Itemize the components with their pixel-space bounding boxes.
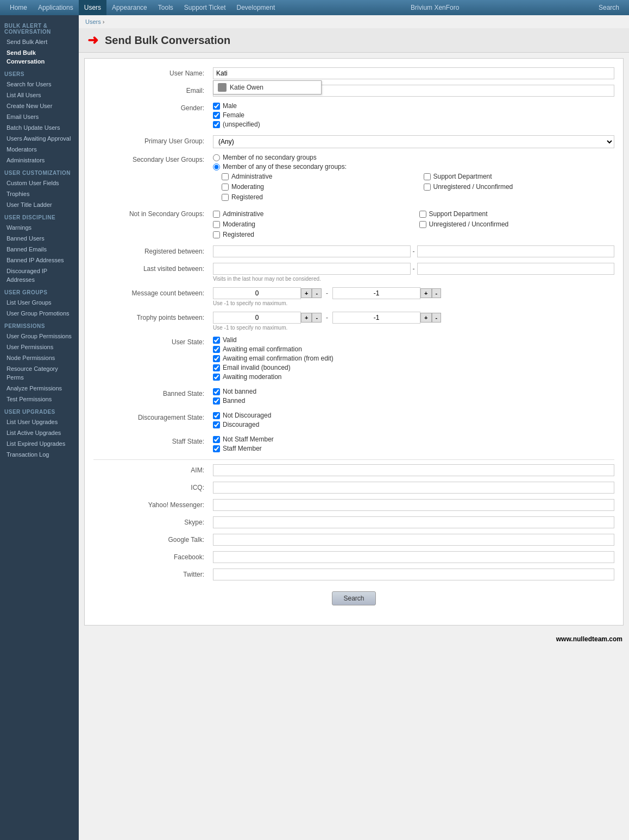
nsg-support-checkbox[interactable] [419,211,426,218]
sg-registered-checkbox[interactable] [222,194,229,201]
staff-state-row: Staff State: Not Staff Member Staff Memb… [93,435,614,454]
registered-from-input[interactable] [213,245,411,257]
not-staff: Not Staff Member [213,435,614,443]
nav-users[interactable]: Users [79,0,106,15]
autocomplete-result[interactable]: Katie Owen [213,80,322,94]
trophy-points-min-input[interactable] [213,312,301,324]
nav-tools[interactable]: Tools [153,0,179,15]
last-visited-from-input[interactable] [213,263,411,275]
nav-search[interactable]: Search [593,0,625,15]
sidebar-item-administrators[interactable]: Administrators [0,155,79,166]
state-valid-checkbox[interactable] [213,337,220,344]
trophy-points-min-plus[interactable]: + [301,313,312,323]
trophy-points-max-input[interactable] [332,312,420,324]
sidebar-item-resource-perms[interactable]: Resource Category Perms [0,363,79,383]
aim-input[interactable] [213,464,614,476]
trophy-points-min-minus[interactable]: - [312,313,322,323]
sidebar-item-title-ladder[interactable]: User Title Ladder [0,199,79,210]
sidebar-item-list-upgrades[interactable]: List User Upgrades [0,416,79,427]
nsg-registered-checkbox[interactable] [213,231,220,238]
sidebar-item-analyze-perms[interactable]: Analyze Permissions [0,383,79,394]
secondary-groups-grid: Administrative Support Department Modera… [222,173,614,203]
sidebar-item-list-users[interactable]: List All Users [0,90,79,100]
nav-appearance[interactable]: Appearance [106,0,153,15]
sidebar-item-custom-fields[interactable]: Custom User Fields [0,178,79,188]
secondary-radio-none-input[interactable] [213,154,220,161]
trophy-points-max-plus[interactable]: + [420,313,431,323]
gender-female-label: Female [223,111,244,119]
sidebar-item-warnings[interactable]: Warnings [0,222,79,233]
nav-support[interactable]: Support Ticket [179,0,231,15]
banned-checkbox[interactable] [213,397,220,405]
not-banned-checkbox[interactable] [213,388,220,395]
yahoo-input[interactable] [213,499,614,511]
sidebar-item-banned-emails[interactable]: Banned Emails [0,244,79,255]
facebook-input[interactable] [213,551,614,563]
sidebar-item-create-user[interactable]: Create New User [0,100,79,111]
breadcrumb-users[interactable]: Users [85,18,101,25]
sidebar-item-banned-users[interactable]: Banned Users [0,233,79,244]
sidebar-item-user-permissions[interactable]: User Permissions [0,342,79,352]
staff-checkbox[interactable] [213,445,220,452]
sidebar-item-transaction-log[interactable]: Transaction Log [0,449,79,460]
nav-home[interactable]: Home [4,0,33,15]
gender-unspecified-checkbox[interactable] [213,121,220,128]
sidebar-item-group-promotions[interactable]: User Group Promotions [0,308,79,319]
primary-group-select[interactable]: (Any) [213,135,614,148]
message-count-min-minus[interactable]: - [312,288,322,298]
sg-support-checkbox[interactable] [424,173,431,180]
gender-male-checkbox[interactable] [213,103,220,110]
icq-input[interactable] [213,482,614,494]
sidebar-item-batch-update[interactable]: Batch Update Users [0,122,79,133]
sg-administrative-checkbox[interactable] [222,173,229,180]
sidebar-item-node-permissions[interactable]: Node Permissions [0,352,79,363]
sg-moderating-checkbox[interactable] [222,184,229,191]
sidebar-item-trophies[interactable]: Trophies [0,188,79,199]
sidebar-section-users: Users [0,67,79,79]
sg-unregistered-checkbox[interactable] [424,184,431,191]
search-button[interactable]: Search [332,591,375,605]
secondary-radio-any-input[interactable] [213,163,220,170]
sidebar-item-awaiting-approval[interactable]: Users Awaiting Approval [0,133,79,144]
registered-to-input[interactable] [417,245,615,257]
sidebar-item-banned-ip[interactable]: Banned IP Addresses [0,255,79,266]
twitter-row: Twitter: [93,569,614,580]
sidebar-item-test-perms[interactable]: Test Permissions [0,394,79,405]
skype-input[interactable] [213,516,614,528]
sidebar-item-list-groups[interactable]: List User Groups [0,297,79,308]
nsg-administrative-checkbox[interactable] [213,211,220,218]
sidebar-item-email-users[interactable]: Email Users [0,111,79,122]
not-staff-checkbox[interactable] [213,436,220,443]
message-count-max-plus[interactable]: + [420,288,431,298]
sidebar-item-send-bulk-alert[interactable]: Send Bulk Alert [0,36,79,47]
state-awaiting-email-checkbox[interactable] [213,346,220,353]
state-awaiting-moderation-checkbox[interactable] [213,374,220,381]
not-discouraged-checkbox[interactable] [213,412,220,419]
username-input[interactable] [213,67,614,79]
message-count-min-plus[interactable]: + [301,288,312,298]
nav-applications[interactable]: Applications [33,0,79,15]
sidebar-item-search-users[interactable]: Search for Users [0,79,79,90]
nsg-unregistered-checkbox[interactable] [419,221,426,228]
twitter-input[interactable] [213,569,614,580]
last-visited-to-input[interactable] [417,263,615,275]
sidebar-item-discouraged-ip[interactable]: Discouraged IP Addresses [0,266,79,285]
message-count-max-input[interactable] [332,287,420,299]
discouraged-checkbox[interactable] [213,421,220,428]
nsg-moderating-checkbox[interactable] [213,221,220,228]
state-awaiting-email-edit-checkbox[interactable] [213,355,220,362]
gender-female-checkbox[interactable] [213,112,220,119]
sidebar-item-send-bulk-conversation[interactable]: Send Bulk Conversation [0,47,79,67]
message-count-max-minus[interactable]: - [432,288,442,298]
trophy-points-max-minus[interactable]: - [432,313,442,323]
message-count-min-input[interactable] [213,287,301,299]
sidebar-item-active-upgrades[interactable]: List Active Upgrades [0,427,79,438]
sidebar-item-expired-upgrades[interactable]: List Expired Upgrades [0,438,79,449]
gender-unspecified-label: (unspecified) [223,121,260,128]
nav-development[interactable]: Development [231,0,281,15]
state-email-invalid-checkbox[interactable] [213,364,220,371]
message-count-label: Message count between: [93,287,213,297]
sidebar-item-group-permissions[interactable]: User Group Permissions [0,331,79,342]
sidebar-item-moderators[interactable]: Moderators [0,144,79,155]
google-talk-input[interactable] [213,534,614,546]
